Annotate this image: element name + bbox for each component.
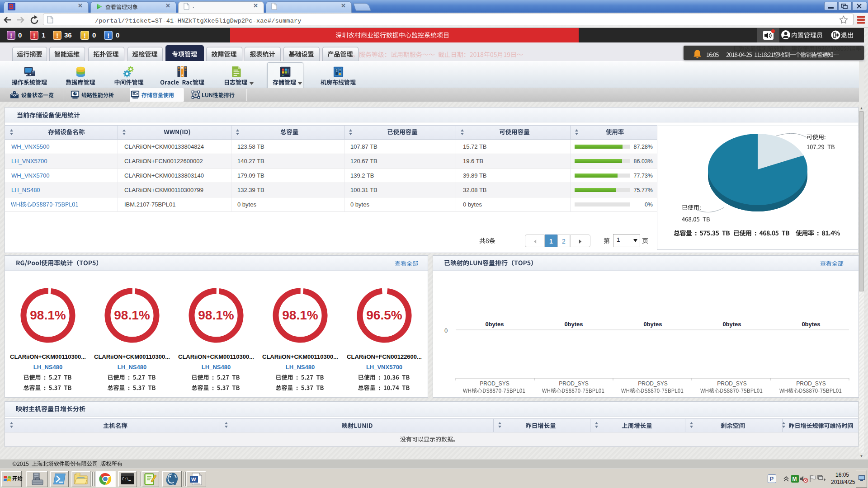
svg-text:M: M (793, 476, 797, 482)
svg-text:P: P (770, 475, 774, 482)
svg-text:W: W (191, 477, 196, 482)
svg-text:C:\▂: C:\▂ (122, 477, 131, 481)
